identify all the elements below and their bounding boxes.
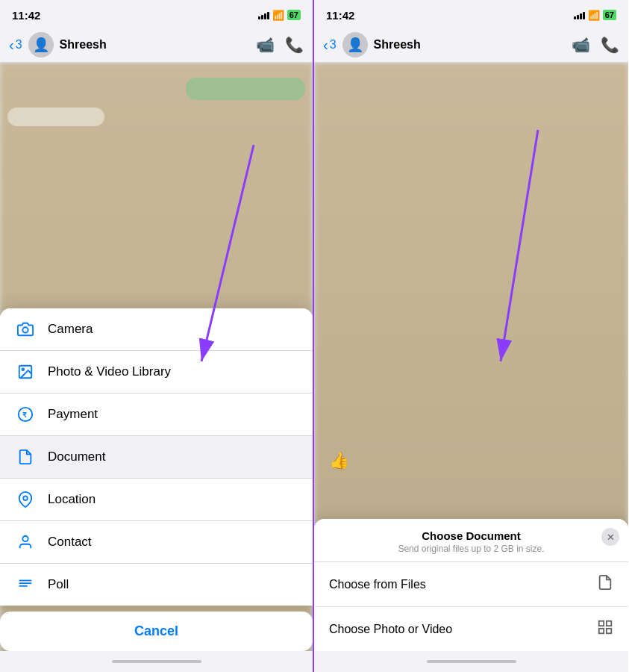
nav-back-left[interactable]: ‹ 3 — [9, 37, 22, 52]
signal-bar-4 — [267, 12, 269, 19]
status-bar-left: 11:42 📶 67 — [0, 0, 313, 27]
action-sheet: Camera Photo & Video Library — [0, 308, 313, 606]
back-arrow-icon-left: ‹ — [9, 37, 14, 52]
nav-bar-left: ‹ 3 👤 Shreesh 📹 📞 — [0, 27, 313, 63]
video-call-icon-right[interactable]: 📹 — [572, 36, 590, 54]
contact-name-left: Shreesh — [60, 38, 250, 52]
contact-icon — [15, 532, 36, 553]
svg-rect-14 — [599, 629, 604, 633]
menu-item-payment[interactable]: ₹ Payment — [0, 393, 313, 436]
back-count-left: 3 — [16, 38, 22, 52]
battery-left: 67 — [287, 10, 301, 20]
status-time-left: 11:42 — [12, 9, 40, 22]
signal-bar-r2 — [577, 15, 579, 19]
svg-text:₹: ₹ — [22, 411, 27, 419]
msg-bubble-2 — [7, 108, 104, 126]
status-icons-right: 📶 67 — [574, 10, 616, 21]
doc-chooser-item-files[interactable]: Choose from Files — [314, 562, 628, 607]
doc-chooser-sheet: Choose Document Send original files up t… — [314, 519, 628, 651]
doc-chooser-subtitle: Send original files up to 2 GB in size. — [326, 544, 616, 554]
wifi-icon-right: 📶 — [588, 10, 600, 21]
phone-icon-left[interactable]: 📞 — [285, 36, 304, 54]
battery-right: 67 — [603, 10, 616, 20]
choose-photo-video-label: Choose Photo or Video — [329, 623, 452, 636]
signal-bar-2 — [261, 15, 263, 19]
status-icons-left: 📶 67 — [258, 10, 301, 21]
poll-icon — [15, 574, 36, 595]
msg-bubble-1 — [186, 78, 305, 100]
choose-files-label: Choose from Files — [329, 578, 426, 591]
signal-bar-r4 — [583, 12, 585, 19]
home-bar-left — [112, 660, 201, 663]
menu-item-contact[interactable]: Contact — [0, 521, 313, 564]
cancel-button[interactable]: Cancel — [0, 612, 313, 651]
location-icon — [15, 489, 36, 510]
doc-chooser-overlay: Choose Document Send original files up t… — [314, 519, 628, 672]
file-icon — [597, 574, 613, 594]
doc-chooser-close-button[interactable]: ✕ — [601, 528, 619, 546]
document-icon — [15, 447, 36, 467]
camera-label: Camera — [48, 322, 93, 337]
signal-bars-left — [258, 10, 269, 19]
nav-actions-right: 📹 📞 — [572, 36, 619, 54]
status-time-right: 11:42 — [326, 9, 354, 22]
menu-item-photo-video[interactable]: Photo & Video Library — [0, 351, 313, 393]
right-panel: 11:42 📶 67 ‹ 3 👤 Shreesh 📹 📞 — [314, 0, 628, 672]
menu-item-camera[interactable]: Camera — [0, 308, 313, 351]
contact-name-right: Shreesh — [374, 38, 566, 52]
nav-actions-left: 📹 📞 — [256, 36, 304, 54]
photo-video-icon — [15, 361, 36, 382]
location-label: Location — [48, 492, 96, 507]
payment-icon: ₹ — [15, 404, 36, 425]
home-indicator-right — [314, 651, 628, 672]
back-count-right: 3 — [330, 38, 337, 52]
doc-chooser-item-photo-video[interactable]: Choose Photo or Video — [314, 607, 628, 651]
signal-bar-1 — [258, 16, 260, 19]
menu-item-location[interactable]: Location — [0, 479, 313, 521]
wifi-icon: 📶 — [272, 10, 284, 21]
avatar-icon-left: 👤 — [33, 37, 49, 53]
payment-label: Payment — [48, 407, 98, 422]
close-icon: ✕ — [607, 532, 615, 543]
avatar-left: 👤 — [28, 32, 54, 57]
chat-bg-right: 👍 Choose Document Send original files up… — [314, 63, 628, 672]
menu-item-poll[interactable]: Poll — [0, 564, 313, 606]
avatar-right: 👤 — [342, 32, 368, 57]
svg-rect-12 — [599, 621, 604, 626]
svg-rect-13 — [607, 621, 611, 626]
photo-video-label: Photo & Video Library — [48, 364, 171, 379]
signal-bar-r1 — [574, 16, 576, 19]
menu-item-document[interactable]: Document — [0, 436, 313, 479]
status-bar-right: 11:42 📶 67 — [314, 0, 628, 27]
phone-icon-right[interactable]: 📞 — [601, 36, 619, 54]
chat-bg-left: Camera Photo & Video Library — [0, 63, 313, 672]
signal-bars-right — [574, 10, 585, 19]
svg-point-3 — [22, 368, 24, 370]
thumbs-up-emoji: 👍 — [329, 451, 349, 470]
svg-point-7 — [22, 536, 28, 541]
camera-icon — [15, 319, 36, 340]
contact-label: Contact — [48, 535, 92, 550]
nav-bar-right: ‹ 3 👤 Shreesh 📹 📞 — [314, 27, 628, 63]
doc-chooser-title: Choose Document — [326, 529, 616, 542]
signal-bar-r3 — [580, 13, 582, 19]
menu-overlay-left: Camera Photo & Video Library — [0, 308, 313, 672]
video-call-icon-left[interactable]: 📹 — [256, 36, 275, 54]
poll-label: Poll — [48, 577, 69, 592]
doc-chooser-header: Choose Document Send original files up t… — [314, 519, 628, 562]
home-bar-right — [427, 660, 516, 663]
document-label: Document — [48, 449, 105, 464]
svg-point-1 — [22, 327, 28, 332]
svg-point-6 — [23, 496, 28, 500]
signal-bar-3 — [264, 13, 266, 19]
cancel-label: Cancel — [134, 623, 178, 639]
back-arrow-icon-right: ‹ — [323, 37, 328, 52]
nav-back-right[interactable]: ‹ 3 — [323, 37, 337, 52]
svg-rect-15 — [607, 629, 611, 633]
avatar-icon-right: 👤 — [347, 37, 363, 53]
home-indicator-left — [0, 651, 313, 672]
photo-grid-icon — [597, 619, 613, 639]
left-panel: 11:42 📶 67 ‹ 3 👤 Shreesh 📹 📞 — [0, 0, 314, 672]
